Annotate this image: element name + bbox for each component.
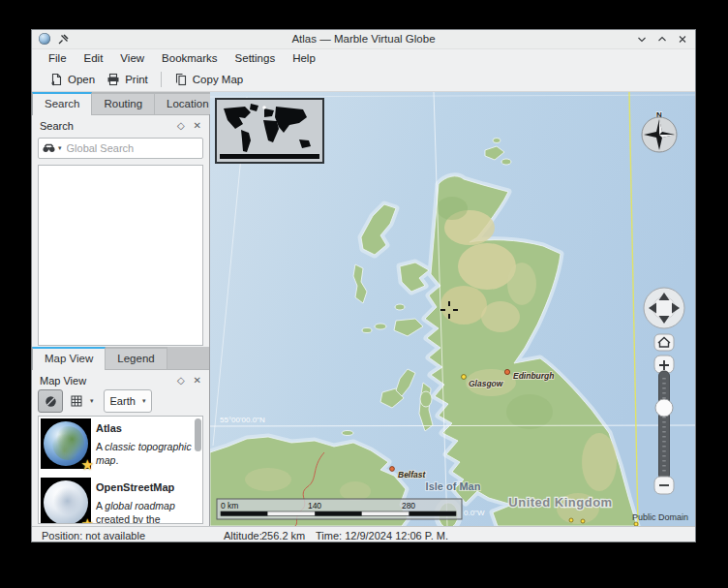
map-theme-description: A classic topographic map.	[96, 441, 196, 467]
menu-settings[interactable]: Settings	[227, 49, 285, 68]
open-button[interactable]: Open	[44, 69, 101, 90]
city-label-glasgow: Glasgow	[469, 379, 504, 388]
search-input[interactable]	[65, 141, 198, 155]
close-panel-icon[interactable]: ✕	[194, 121, 201, 131]
map-theme-title: OpenStreetMap	[96, 480, 196, 494]
search-panel-header: Search ◇ ✕	[32, 116, 209, 136]
mapview-panel-header: Map View ◇ ✕	[32, 371, 209, 390]
celestial-body-select[interactable]: Earth ▾	[104, 389, 152, 413]
search-panel-title: Search	[40, 120, 74, 132]
close-panel-icon[interactable]: ✕	[194, 376, 201, 386]
search-input-box[interactable]: ▾	[38, 138, 203, 159]
globe-projection-icon	[45, 395, 57, 408]
print-button[interactable]: Print	[101, 69, 154, 90]
sidebar: Search Routing Location Search ◇ ✕ ▾	[32, 92, 210, 526]
menu-bookmarks[interactable]: Bookmarks	[153, 49, 227, 68]
statusbar: Position: not available Altitude: 256.2 …	[32, 526, 695, 545]
scale-bar: 0 km 140 280	[217, 499, 462, 519]
overview-map[interactable]	[216, 99, 323, 163]
menu-view[interactable]: View	[111, 49, 153, 68]
search-mode-dropdown-icon[interactable]: ▾	[58, 144, 62, 152]
map-canvas[interactable]: 55°00'00.0"N Glasgow Edinburgh	[210, 92, 695, 526]
latitude-label: 55°00'00.0"N	[220, 416, 265, 424]
osm-thumbnail: ★	[41, 478, 91, 524]
status-altitude-label: Altitude:	[224, 530, 262, 542]
search-results-area[interactable]	[38, 165, 203, 346]
close-button[interactable]	[678, 34, 687, 45]
region-label-united-kingdom: United Kingdom	[508, 495, 612, 510]
map-theme-openstreetmap[interactable]: ★ OpenStreetMap A global roadmap created…	[39, 476, 202, 524]
window-title: Atlas — Marble Virtual Globe	[32, 30, 695, 48]
marble-window: Atlas — Marble Virtual Globe File Edit V…	[31, 29, 696, 542]
scale-end-label: 280	[402, 501, 415, 511]
attribution-label: Public Domain	[632, 512, 688, 522]
favorite-star-icon: ★	[81, 456, 94, 474]
scale-mid-label: 140	[308, 501, 321, 511]
globe-projection-button[interactable]	[38, 389, 63, 413]
celestial-body-value: Earth	[105, 395, 142, 407]
zoom-slider-handle[interactable]	[655, 399, 673, 417]
float-panel-icon[interactable]: ◇	[177, 121, 185, 131]
tab-map-view[interactable]: Map View	[32, 347, 106, 370]
tab-search[interactable]: Search	[32, 92, 92, 115]
search-tabbar: Search Routing Location	[32, 92, 209, 115]
mapview-tabbar: Map View Legend	[32, 347, 209, 370]
copy-icon	[174, 73, 188, 86]
status-time: Time: 12/9/2024 12:06 P. M.	[316, 530, 448, 542]
mapview-panel-title: Map View	[40, 375, 86, 387]
chevron-down-icon: ▾	[142, 397, 146, 405]
zoom-slider-track[interactable]	[659, 371, 670, 480]
flat-projection-button[interactable]	[67, 390, 86, 412]
menu-file[interactable]: File	[40, 49, 76, 68]
map-theme-list: ★ Atlas A classic topographic map. It us…	[38, 416, 203, 524]
titlebar[interactable]: Atlas — Marble Virtual Globe	[32, 30, 695, 49]
tab-routing[interactable]: Routing	[92, 92, 155, 114]
map-theme-description: It uses vector lines to mark coastlines,…	[96, 475, 196, 476]
map-theme-title: Atlas	[96, 421, 196, 435]
projection-dropdown-icon[interactable]: ▾	[90, 397, 94, 405]
menu-help[interactable]: Help	[284, 49, 324, 68]
city-label-edinburgh: Edinburgh	[513, 371, 555, 381]
menubar: File Edit View Bookmarks Settings Help	[32, 49, 695, 68]
maximize-button[interactable]	[657, 34, 667, 45]
status-position: Position: not available	[42, 530, 145, 542]
favorite-star-icon: ★	[81, 515, 94, 524]
binoculars-icon	[43, 143, 55, 153]
scale-start-label: 0 km	[221, 501, 238, 511]
home-button[interactable]	[654, 334, 674, 351]
region-label-isle-of-man: Isle of Man	[426, 480, 481, 492]
float-panel-icon[interactable]: ◇	[177, 376, 185, 386]
city-label-belfast: Belfast	[398, 470, 427, 480]
overview-position-dot	[262, 106, 266, 109]
map-list-scrollbar[interactable]	[195, 418, 201, 521]
main-toolbar: Open Print Copy Map	[32, 68, 695, 91]
atlas-thumbnail: ★	[41, 418, 91, 469]
minimize-button[interactable]	[637, 34, 647, 45]
toolbar-separator	[161, 72, 162, 87]
navigation-pad[interactable]	[644, 288, 684, 328]
flat-map-grid-icon	[71, 395, 82, 407]
map-theme-atlas[interactable]: ★ Atlas A classic topographic map. It us…	[39, 417, 202, 476]
open-file-icon	[49, 73, 63, 86]
status-altitude-value: 256.2 km	[261, 530, 305, 542]
copy-map-button[interactable]: Copy Map	[168, 69, 249, 90]
tab-legend[interactable]: Legend	[106, 347, 167, 369]
print-icon	[106, 73, 120, 86]
menu-edit[interactable]: Edit	[76, 49, 112, 68]
map-theme-description: A global roadmap created by the OpenStre…	[96, 500, 196, 524]
mapview-controls: ▾ Earth ▾	[38, 388, 203, 414]
longitude-label: 0.0"W	[464, 509, 485, 517]
